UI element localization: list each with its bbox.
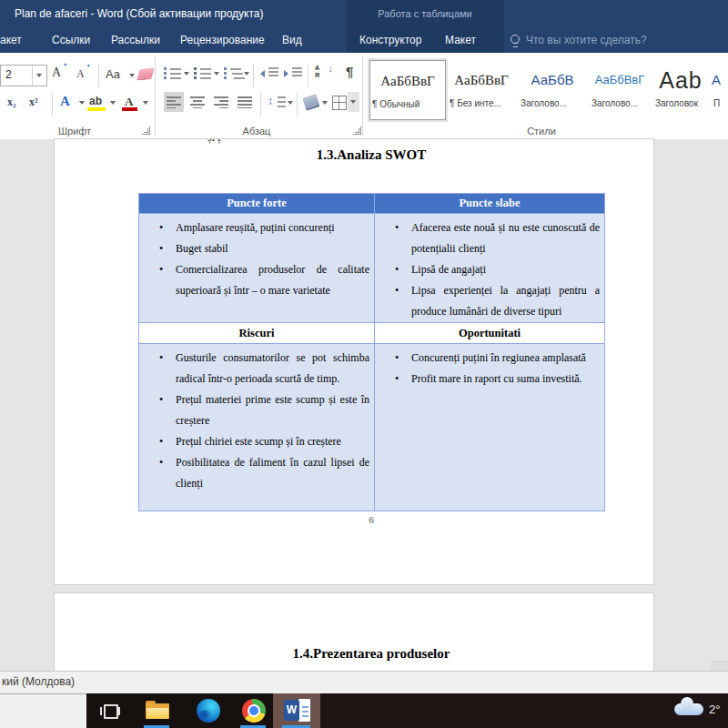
shading-bucket-icon[interactable] — [302, 94, 320, 111]
swot-item: Profit mare in raport cu suma investită. — [375, 369, 604, 389]
tellme-box[interactable]: Что вы хотите сделать? — [526, 27, 647, 53]
clipped-line-fragment: și ț — [207, 139, 248, 144]
style-no-spacing[interactable]: АаБбВвГ ¶ Без инте... — [448, 60, 515, 118]
taskbar-highlight-region — [320, 693, 728, 728]
swot-item: Prețul chiriei este scump și în creștere — [139, 431, 374, 452]
weather-cloud-icon[interactable] — [674, 703, 703, 715]
style-heading1[interactable]: АаБбВ Заголово... — [519, 60, 586, 118]
ribbon: 2 А А Aa x₂ x² А ab А Шрифт А — [0, 53, 728, 140]
group-separator — [362, 56, 363, 136]
shading-dropdown[interactable] — [322, 101, 328, 105]
clear-formatting-icon[interactable] — [136, 67, 155, 81]
swot-cell-risks: Gusturile consumatorilor se pot schimba … — [139, 344, 375, 511]
text-effects-button[interactable]: А — [60, 94, 70, 109]
tellme-lightbulb-icon — [511, 35, 520, 46]
swot-item: Concurenți puțini în regiunea amplasată — [375, 348, 604, 369]
swot-item: Afacerea este nouă și nu este cunoscută … — [375, 217, 604, 259]
edge-browser-icon[interactable] — [197, 699, 220, 723]
style-partial[interactable]: А П — [712, 60, 728, 118]
style-heading2[interactable]: АаБбВвГ Заголово... — [590, 60, 650, 118]
decrease-indent-icon[interactable] — [260, 67, 278, 79]
shrink-font-button[interactable]: А — [76, 67, 85, 81]
style-normal[interactable]: АаБбВвГ ¶ Обычный — [369, 60, 446, 120]
highlight-dropdown[interactable] — [110, 101, 116, 105]
separator — [98, 64, 99, 87]
swot-item: Lipsa experienței la angajați pentru a p… — [375, 280, 604, 322]
font-color-dropdown[interactable] — [143, 101, 148, 105]
word-letter: W — [284, 700, 299, 721]
align-center-button[interactable] — [187, 92, 207, 112]
swot-header-weaknesses: Puncte slabe — [375, 194, 605, 214]
numbered-list-icon[interactable] — [194, 66, 211, 79]
numbered-list-dropdown[interactable] — [214, 72, 219, 76]
highlight-color-button[interactable]: ab — [89, 95, 102, 107]
change-case-dropdown[interactable] — [129, 74, 135, 77]
separator — [297, 93, 298, 116]
font-size-combobox[interactable]: 2 — [0, 65, 47, 86]
tab-layout-cropped[interactable]: акет — [0, 27, 22, 53]
tab-references[interactable]: Ссылки — [52, 27, 90, 53]
section-heading-1-3: 1.3.Analiza SWOT — [138, 147, 604, 163]
multilevel-list-icon[interactable] — [224, 66, 241, 79]
styles-group-label: Стили — [364, 126, 719, 137]
tab-view[interactable]: Вид — [282, 27, 302, 53]
subscript-button[interactable]: x₂ — [7, 96, 16, 109]
increase-indent-icon[interactable] — [284, 67, 302, 79]
scrollbar-corner[interactable] — [711, 661, 728, 671]
tab-mailings[interactable]: Рассылки — [111, 27, 160, 53]
font-size-dropdown[interactable] — [32, 66, 46, 86]
show-formatting-marks-button[interactable]: ¶ — [346, 64, 353, 79]
language-indicator[interactable]: кий (Молдова) — [2, 671, 75, 693]
taskbar-search-box[interactable] — [0, 693, 86, 728]
swot-header-strengths: Puncte forte — [139, 194, 375, 214]
style-title[interactable]: Aab Заголовок — [653, 60, 708, 118]
separator — [52, 93, 53, 116]
tab-review[interactable]: Рецензирование — [180, 27, 265, 53]
taskbar: W 2° — [0, 693, 728, 728]
change-case-button[interactable]: Aa — [106, 67, 120, 81]
swot-cell-opportunities: Concurenți puțini în regiunea amplasată … — [375, 344, 605, 511]
paragraph-group-label: Абзац — [157, 126, 357, 137]
font-size-value: 2 — [5, 68, 12, 81]
table-row: Puncte forte Puncte slabe — [139, 194, 605, 214]
word-app-icon[interactable]: W — [284, 698, 310, 723]
multilevel-list-dropdown[interactable] — [244, 72, 249, 76]
swot-item: Amplasare reușită, puțini concurenți — [139, 217, 374, 238]
task-view-icon[interactable] — [100, 702, 120, 720]
document-page-6[interactable]: și ț 1.3.Analiza SWOT Puncte forte Punct… — [55, 139, 653, 584]
chrome-browser-icon[interactable] — [242, 699, 266, 723]
font-dialog-launcher[interactable] — [142, 126, 150, 135]
window-title: Plan de afaceri - Word (Сбой активации п… — [15, 0, 264, 27]
file-explorer-icon[interactable] — [146, 701, 169, 720]
grow-font-button[interactable]: А — [52, 66, 61, 80]
text-effects-dropdown[interactable] — [79, 101, 85, 105]
swot-item: Comercializarea produselor de calitate s… — [139, 259, 374, 301]
align-right-button[interactable] — [211, 92, 231, 112]
table-row: Amplasare reușită, puțini concurenți Bug… — [139, 214, 605, 323]
screen: Plan de afaceri - Word (Сбой активации п… — [0, 0, 728, 728]
bullet-list-icon[interactable] — [164, 66, 181, 79]
swot-item: Gusturile consumatorilor se pot schimba … — [139, 348, 374, 389]
status-bar — [0, 671, 728, 693]
bullet-list-dropdown[interactable] — [184, 72, 189, 76]
tab-table-design[interactable]: Конструктор — [359, 27, 421, 53]
swot-item: Lipsă de angajați — [375, 259, 604, 280]
borders-dropdown[interactable] — [348, 92, 359, 112]
borders-icon[interactable] — [332, 96, 347, 110]
justify-button[interactable] — [235, 92, 255, 112]
align-left-button[interactable] — [164, 92, 184, 112]
document-page-7[interactable]: 1.4.Prezentarea produselor — [55, 593, 653, 671]
swot-header-risks: Riscuri — [139, 323, 375, 344]
highlight-color-bar — [87, 107, 106, 111]
line-spacing-icon[interactable]: ↕ — [268, 95, 286, 109]
swot-table: Puncte forte Puncte slabe Amplasare reuș… — [138, 193, 605, 511]
swot-cell-weaknesses: Afacerea este nouă și nu este cunoscută … — [375, 214, 605, 323]
weather-temperature[interactable]: 2° — [709, 703, 720, 716]
paragraph-dialog-launcher[interactable] — [353, 126, 361, 135]
sort-icon[interactable]: А Я ↓ — [315, 65, 331, 79]
swot-item: Buget stabil — [139, 238, 374, 259]
superscript-button[interactable]: x² — [29, 96, 38, 109]
table-row: Gusturile consumatorilor se pot schimba … — [139, 344, 605, 511]
tab-table-layout[interactable]: Макет — [445, 27, 476, 53]
line-spacing-dropdown[interactable] — [288, 101, 293, 105]
